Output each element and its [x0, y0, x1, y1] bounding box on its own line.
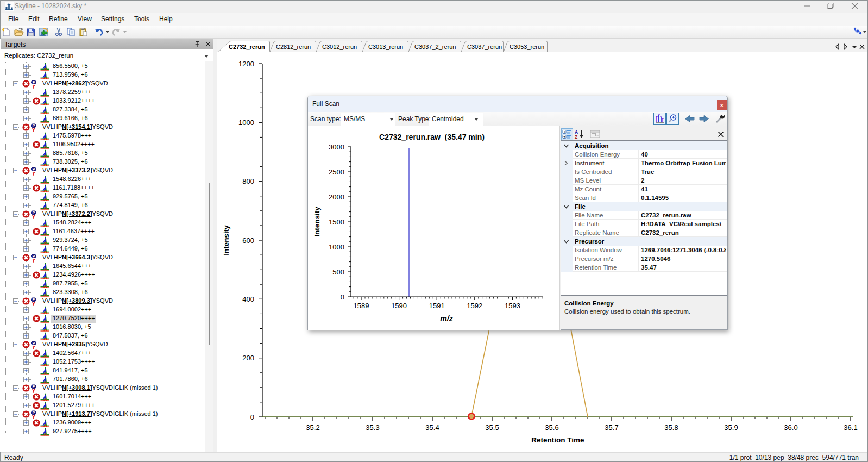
svg-text:1000: 1000 [238, 118, 254, 127]
svg-text:P: P [33, 297, 35, 302]
svg-text:1589: 1589 [354, 302, 369, 310]
svg-text:Intensity: Intensity [313, 207, 321, 237]
svg-text:C2732_rerun.raw (35.47 min): C2732_rerun.raw (35.47 min) [379, 133, 485, 141]
svg-text:36.0: 36.0 [784, 423, 797, 432]
svg-text:800: 800 [242, 177, 254, 185]
svg-text:P: P [33, 210, 35, 215]
svg-text:600: 600 [242, 236, 254, 245]
svg-text:2000: 2000 [329, 193, 344, 201]
svg-text:35.7: 35.7 [605, 423, 618, 432]
svg-text:3000: 3000 [329, 143, 344, 151]
svg-text:500: 500 [332, 268, 344, 276]
svg-text:Z: Z [575, 134, 577, 139]
svg-text:35.4: 35.4 [425, 423, 439, 432]
svg-text:P: P [33, 254, 35, 259]
svg-text:200: 200 [242, 354, 254, 362]
svg-text:1593: 1593 [505, 302, 520, 310]
svg-text:Retention Time: Retention Time [531, 436, 584, 444]
svg-text:35.3: 35.3 [366, 423, 379, 432]
svg-text:35.9: 35.9 [724, 423, 738, 432]
svg-text:0: 0 [250, 413, 254, 421]
svg-text:P: P [33, 341, 35, 346]
svg-text:0: 0 [341, 293, 344, 301]
svg-text:1200: 1200 [238, 60, 254, 68]
svg-text:35.5: 35.5 [485, 423, 499, 432]
svg-text:36.1: 36.1 [844, 423, 857, 432]
svg-text:1592: 1592 [467, 302, 482, 310]
svg-text:Intensity: Intensity [222, 225, 230, 255]
svg-text:P: P [33, 80, 35, 85]
svg-text:m/z: m/z [440, 314, 452, 323]
svg-text:1590: 1590 [391, 302, 407, 310]
svg-text:35.6: 35.6 [545, 423, 558, 432]
svg-text:35.8: 35.8 [664, 423, 678, 432]
svg-text:35.2: 35.2 [306, 423, 319, 432]
svg-text:P: P [33, 167, 35, 172]
svg-text:1000: 1000 [329, 243, 344, 251]
svg-text:P: P [33, 123, 35, 128]
svg-text:P: P [33, 410, 35, 415]
svg-text:1500: 1500 [329, 218, 344, 226]
svg-text:2500: 2500 [329, 168, 344, 176]
svg-text:1591: 1591 [429, 302, 445, 310]
svg-text:P: P [33, 384, 35, 389]
svg-text:400: 400 [242, 295, 254, 303]
